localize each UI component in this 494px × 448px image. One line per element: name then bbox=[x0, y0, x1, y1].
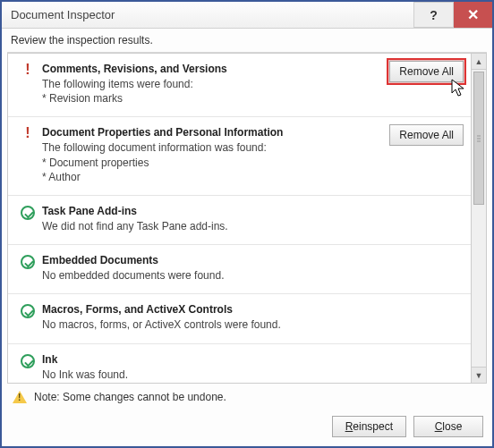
vertical-scrollbar[interactable]: ▲ ▼ bbox=[471, 53, 487, 384]
section-comments-revisions: ! Comments, Revisions, and Versions The … bbox=[8, 54, 471, 117]
section-desc: The following items were found: * Revisi… bbox=[42, 77, 381, 106]
scroll-thumb[interactable] bbox=[473, 72, 484, 205]
section-title: Document Properties and Personal Informa… bbox=[42, 126, 381, 139]
section-title: Embedded Documents bbox=[42, 254, 381, 266]
section-desc: The following document information was f… bbox=[42, 140, 381, 184]
checkmark-icon bbox=[17, 205, 38, 220]
warning-icon: ! bbox=[17, 63, 38, 76]
section-doc-properties: ! Document Properties and Personal Infor… bbox=[8, 117, 471, 196]
scroll-track[interactable] bbox=[472, 70, 486, 367]
section-desc: We did not find any Task Pane add-ins. bbox=[42, 219, 381, 233]
section-ink: Ink No Ink was found. bbox=[8, 344, 471, 385]
scroll-down-button[interactable]: ▼ bbox=[472, 367, 486, 383]
section-desc: No embedded documents were found. bbox=[42, 268, 381, 283]
section-title: Task Pane Add-ins bbox=[42, 205, 381, 217]
footer-buttons: Reinspect Close bbox=[11, 416, 483, 437]
scroll-up-button[interactable]: ▲ bbox=[472, 54, 486, 70]
window-close-button[interactable]: ✕ bbox=[453, 2, 492, 28]
results-area: ! Comments, Revisions, and Versions The … bbox=[7, 52, 487, 384]
warning-triangle-icon bbox=[13, 391, 27, 403]
instruction-text: Review the inspection results. bbox=[2, 29, 492, 52]
section-title: Ink bbox=[42, 353, 381, 366]
checkmark-icon bbox=[17, 254, 38, 269]
close-button[interactable]: Close bbox=[413, 416, 483, 437]
warning-icon: ! bbox=[17, 126, 38, 139]
section-title: Comments, Revisions, and Versions bbox=[42, 63, 381, 75]
section-desc: No Ink was found. bbox=[42, 368, 381, 382]
section-title: Macros, Forms, and ActiveX Controls bbox=[42, 303, 381, 316]
dialog-footer: Note: Some changes cannot be undone. Rei… bbox=[2, 384, 492, 446]
section-embedded-documents: Embedded Documents No embedded documents… bbox=[8, 245, 471, 294]
section-task-pane-addins: Task Pane Add-ins We did not find any Ta… bbox=[8, 196, 471, 245]
checkmark-icon bbox=[17, 303, 38, 318]
remove-all-button[interactable]: Remove All bbox=[389, 124, 464, 146]
section-macros-forms-activex: Macros, Forms, and ActiveX Controls No m… bbox=[8, 294, 471, 343]
titlebar-buttons: ? ✕ bbox=[413, 2, 492, 28]
note-text: Note: Some changes cannot be undone. bbox=[34, 391, 226, 403]
footer-note: Note: Some changes cannot be undone. bbox=[11, 391, 483, 403]
checkmark-icon bbox=[17, 353, 38, 368]
reinspect-button[interactable]: Reinspect bbox=[332, 416, 406, 437]
remove-all-button[interactable]: Remove All bbox=[389, 61, 464, 82]
window-title: Document Inspector bbox=[11, 8, 115, 21]
results-list: ! Comments, Revisions, and Versions The … bbox=[7, 53, 471, 384]
titlebar: Document Inspector ? ✕ bbox=[2, 2, 492, 29]
section-desc: No macros, forms, or ActiveX controls we… bbox=[42, 317, 381, 332]
dialog-window: Document Inspector ? ✕ Review the inspec… bbox=[0, 0, 494, 448]
help-button[interactable]: ? bbox=[413, 2, 453, 28]
